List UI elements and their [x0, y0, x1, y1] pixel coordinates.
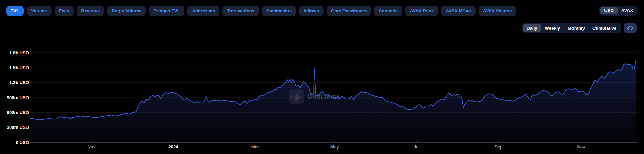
currency-toggle: USDAVAX [599, 6, 638, 16]
x-axis-label: Jul [414, 144, 420, 150]
y-axis-label: 0 USD [16, 140, 29, 145]
y-axis-label: 1.8b USD [9, 50, 29, 55]
x-axis-label: May [330, 144, 339, 150]
y-axis-label: 900m USD [7, 95, 29, 100]
metric-tab-bridged-tvl[interactable]: Bridged TVL [149, 6, 184, 16]
x-axis-label: Nov [87, 144, 96, 150]
period-option-monthly[interactable]: Monthly [564, 24, 589, 32]
currency-option-usd[interactable]: USD [600, 7, 617, 14]
metric-tab-stablecoins[interactable]: Stablecoins [262, 6, 296, 16]
metric-tab-volume[interactable]: Volume [27, 6, 52, 16]
y-axis-label: 300m USD [7, 125, 29, 130]
period-option-weekly[interactable]: Weekly [541, 24, 564, 32]
x-axis-label: Nov [577, 144, 585, 150]
metric-tab-tvl[interactable]: TVL [6, 6, 24, 16]
metric-tab-inflows[interactable]: Inflows [299, 6, 324, 16]
metric-tab-commits[interactable]: Commits [374, 6, 402, 16]
metric-tabs: TVLVolumeFeesRevenuePerps VolumeBridged … [6, 6, 516, 16]
metric-tab-avax-volume[interactable]: AVAX Volume [479, 6, 516, 16]
metric-tab-core-developers[interactable]: Core Developers [327, 6, 371, 16]
x-axis-label: 2024 [168, 144, 179, 150]
y-axis-label: 1.2b USD [9, 80, 29, 85]
tvl-area-fill [30, 61, 636, 142]
metric-tab-avax-price[interactable]: AVAX Price [405, 6, 438, 16]
metric-tab-avax-mcap[interactable]: AVAX MCap [441, 6, 475, 16]
code-chevrons-icon [627, 26, 633, 30]
period-toggle: DailyWeeklyMonthlyCumulative [522, 23, 621, 33]
metric-tab-fees[interactable]: Fees [55, 6, 74, 16]
metric-tab-transactions[interactable]: Transactions [222, 6, 259, 16]
period-option-daily[interactable]: Daily [523, 24, 541, 32]
y-axis-label: 1.5b USD [9, 65, 29, 70]
metric-tab-perps-volume[interactable]: Perps Volume [107, 6, 146, 16]
embed-code-button[interactable] [624, 23, 637, 33]
metric-tab-revenue[interactable]: Revenue [77, 6, 104, 16]
x-axis-label: Mar [251, 144, 259, 150]
y-axis-label: 600m USD [7, 110, 29, 115]
x-axis-label: Sep [494, 144, 502, 150]
period-bar: DailyWeeklyMonthlyCumulative [522, 23, 637, 33]
metric-tab-addresses[interactable]: Addresses [187, 6, 219, 16]
metric-tabs-bar: TVLVolumeFeesRevenuePerps VolumeBridged … [6, 6, 638, 16]
period-option-cumulative[interactable]: Cumulative [589, 24, 620, 32]
currency-option-avax[interactable]: AVAX [618, 7, 637, 14]
